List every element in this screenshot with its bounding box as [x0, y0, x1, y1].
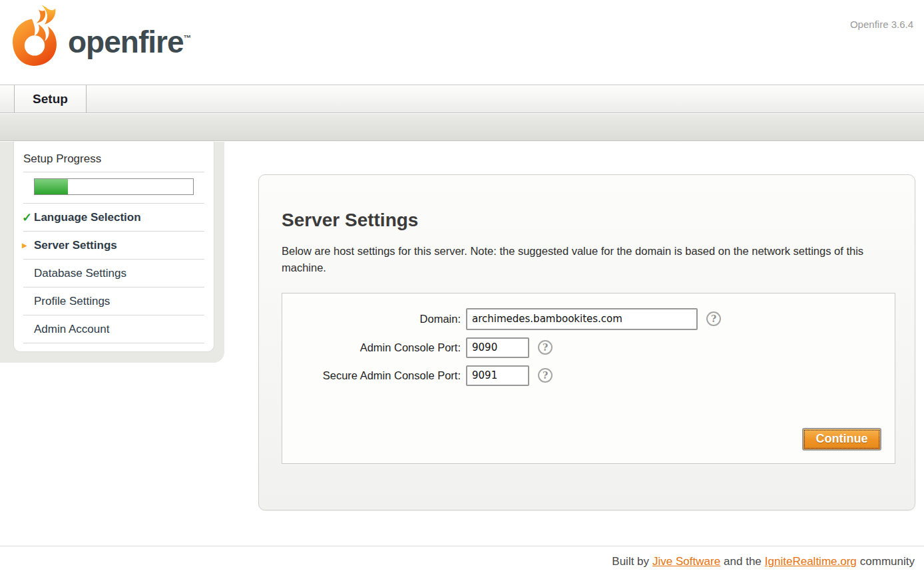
secure-admin-console-port-input[interactable] [466, 365, 529, 386]
sidebar-item-server-settings[interactable]: ▶ Server Settings [14, 232, 214, 259]
form-row-admin-console-port: Admin Console Port: ? [282, 337, 895, 358]
sidebar-item-label: Admin Account [34, 323, 109, 336]
secure-admin-console-port-label: Secure Admin Console Port: [282, 369, 466, 382]
page: openfire™ Openfire 3.6.4 Setup Setup Pro… [0, 0, 924, 583]
openfire-logo-icon [11, 4, 64, 79]
footer-credit: Built by Jive Software and the IgniteRea… [612, 555, 915, 568]
form-row-secure-admin-console-port: Secure Admin Console Port: ? [282, 365, 895, 386]
continue-button[interactable]: Continue [802, 428, 881, 451]
footer: Built by Jive Software and the IgniteRea… [0, 546, 924, 583]
form-row-domain: Domain: ? [282, 308, 895, 330]
jive-software-link[interactable]: Jive Software [652, 555, 720, 568]
sidebar-item-label: Server Settings [34, 239, 117, 252]
page-description: Below are host settings for this server.… [282, 243, 867, 276]
brand-wordmark: openfire™ [68, 24, 191, 60]
arrow-right-icon: ▶ [22, 242, 34, 249]
admin-console-port-label: Admin Console Port: [282, 341, 466, 354]
divider [23, 343, 204, 343]
tab-bar: Setup [0, 85, 924, 113]
server-settings-form: Domain: ? Admin Console Port: ? Secure A… [282, 293, 895, 464]
help-icon[interactable]: ? [538, 340, 553, 355]
header: openfire™ Openfire 3.6.4 [0, 0, 924, 85]
trademark: ™ [183, 33, 191, 43]
domain-input[interactable] [466, 308, 698, 330]
sidebar-backdrop: Setup Progress ✓ Language Selection ▶ Se… [0, 142, 224, 363]
sidebar-item-label: Database Settings [34, 267, 126, 280]
igniterealtime-link[interactable]: IgniteRealtime.org [765, 555, 857, 568]
page-title: Server Settings [282, 210, 895, 231]
sidebar-item-database-settings[interactable]: Database Settings [14, 260, 214, 287]
help-icon[interactable]: ? [538, 368, 553, 383]
sidebar-item-language-selection[interactable]: ✓ Language Selection [14, 204, 214, 231]
check-icon: ✓ [22, 210, 34, 225]
progress-bar [34, 178, 194, 195]
footer-text: and the [724, 555, 762, 568]
main-panel: Server Settings Below are host settings … [258, 174, 915, 510]
domain-label: Domain: [282, 313, 466, 325]
admin-console-port-input[interactable] [466, 337, 529, 358]
sub-nav-bar [0, 114, 924, 141]
sidebar-title: Setup Progress [14, 152, 214, 172]
help-icon[interactable]: ? [706, 311, 721, 326]
sidebar-item-label: Language Selection [34, 211, 141, 224]
setup-progress-card: Setup Progress ✓ Language Selection ▶ Se… [13, 142, 214, 352]
progress-bar-fill [35, 179, 68, 194]
footer-text: community [860, 555, 915, 568]
sidebar-item-label: Profile Settings [34, 295, 110, 308]
sidebar-item-profile-settings[interactable]: Profile Settings [14, 288, 214, 315]
sidebar-item-admin-account[interactable]: Admin Account [14, 315, 214, 343]
tab-setup[interactable]: Setup [14, 85, 87, 112]
divider [23, 172, 204, 172]
version-label: Openfire 3.6.4 [850, 19, 913, 30]
footer-text: Built by [612, 555, 649, 568]
